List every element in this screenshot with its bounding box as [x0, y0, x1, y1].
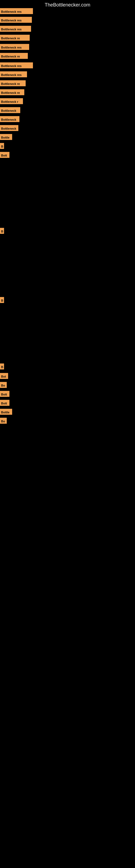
bottleneck-item: Bo: [0, 382, 7, 388]
bottleneck-item: B: [0, 297, 4, 303]
bottleneck-item: Bottleneck res: [0, 44, 29, 50]
bottleneck-item: B: [0, 364, 4, 369]
bottleneck-item: Bottleneck res: [0, 26, 31, 32]
bottleneck-item: Bot: [0, 373, 8, 379]
bottleneck-item: Bottleneck: [0, 125, 18, 131]
bottleneck-item: Bottleneck re: [0, 80, 26, 86]
title-text: TheBottlenecker.com: [45, 2, 90, 8]
bottleneck-item: Bottleneck re: [0, 53, 28, 59]
bottleneck-item: Bottleneck re: [0, 35, 30, 41]
bottleneck-item: Bottleneck res: [0, 71, 27, 77]
bottleneck-item: Bottleneck res: [0, 17, 32, 23]
bottleneck-item: Bottleneck res: [0, 62, 33, 68]
bottleneck-item: Bott: [0, 400, 9, 406]
bottleneck-item: Bottleneck res: [0, 8, 33, 14]
bottleneck-item: Bott: [0, 152, 9, 158]
bottleneck-item: B: [0, 143, 4, 149]
bottleneck-item: Bottleneck re: [0, 89, 24, 95]
bottleneck-item: Bottleneck: [0, 107, 20, 113]
bottleneck-item: Bott: [0, 391, 9, 397]
bottleneck-item: Bottleneck: [0, 116, 19, 122]
bottleneck-item: Bottle: [0, 134, 12, 140]
bottleneck-item: Bo: [0, 418, 7, 424]
bottleneck-item: Bottle: [0, 409, 12, 415]
bottleneck-item: Bottleneck r: [0, 98, 23, 104]
bottleneck-item: B: [0, 228, 4, 234]
